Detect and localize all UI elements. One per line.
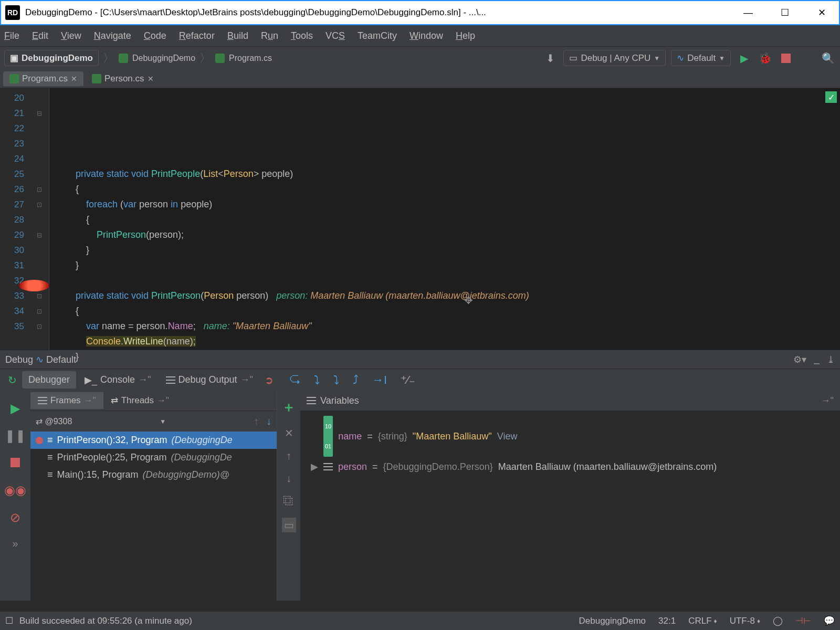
tab-label: Program.cs [22, 74, 68, 84]
run-config-selector[interactable]: ▭ Debug | Any CPU ▼ [563, 50, 666, 66]
pin-icon[interactable]: →" [821, 395, 834, 406]
line-number-gutter[interactable]: 20212223242526272829303132333435 [0, 88, 29, 350]
build-icon[interactable]: ⬇ [542, 50, 558, 66]
remove-watch-button[interactable]: ✕ [285, 427, 293, 439]
rerun-button[interactable]: ↻ [4, 372, 20, 388]
stack-frame[interactable]: ≡ PrintPerson():32, Program (DebuggingDe [30, 432, 277, 449]
chevron-down-icon: ▼ [160, 418, 166, 425]
resume-button[interactable]: ▶ [10, 401, 20, 416]
stack-frame[interactable]: ≡ PrintPeople():25, Program (DebuggingDe [30, 449, 277, 466]
debugger-tab[interactable]: Debugger [22, 371, 76, 388]
variables-icon [307, 397, 316, 404]
move-down-button[interactable]: ↓ [286, 472, 291, 485]
stack-frame[interactable]: ≡ Main():15, Program (DebuggingDemo)@ [30, 466, 277, 484]
view-link[interactable]: View [497, 426, 518, 446]
pause-button[interactable]: ❚❚ [5, 428, 26, 443]
cursor-position[interactable]: 32:1 [658, 616, 676, 626]
output-icon [166, 376, 175, 384]
menu-edit[interactable]: Edit [32, 30, 48, 41]
threads-icon: ⇄ [111, 395, 118, 406]
titlebar: RD DebuggingDemo - [C:\Users\maart\Deskt… [0, 0, 840, 25]
solution-icon: ▣ [10, 52, 18, 64]
frames-side-toolbar: ＋ ✕ ↑ ↓ ⿻ ▭ [277, 391, 300, 601]
value-icon: 1001 [323, 416, 333, 457]
menu-window[interactable]: Window [410, 30, 443, 41]
close-tab-icon[interactable]: ✕ [71, 75, 77, 83]
thread-icon: ⇄ [36, 417, 43, 426]
menu-view[interactable]: View [61, 30, 81, 41]
crumb-solution[interactable]: ▣ DebuggingDemo [4, 50, 99, 66]
dotnet-icon: ∿ [677, 52, 684, 64]
menu-teamcity[interactable]: TeamCity [358, 30, 397, 41]
debug-body: ▶ ❚❚ ◉◉ ⊘ » Frames→" ⇄Threads→" ⇄ @9308 … [0, 391, 840, 601]
maximize-button[interactable]: ☐ [777, 5, 793, 20]
cs-file-icon [92, 74, 101, 83]
chevron-down-icon: ▼ [654, 55, 660, 62]
tab-label: Person.cs [104, 74, 144, 84]
menu-help[interactable]: Help [456, 30, 475, 41]
menu-tools[interactable]: Tools [291, 30, 313, 41]
navigation-bar: ▣ DebuggingDemo 〉 DebuggingDemo 〉 Progra… [0, 46, 840, 69]
file-icon [215, 54, 225, 63]
more-button[interactable]: » [12, 538, 18, 550]
run-config-label: Debug | Any CPU [581, 53, 650, 64]
encoding[interactable]: UTF-8 [730, 616, 755, 626]
object-icon [323, 463, 333, 470]
fold-column[interactable]: ⊟⊡⊡⊟⊡⊡⊡ [29, 88, 49, 350]
target-selector[interactable]: ∿ Default ▼ [671, 50, 731, 66]
menu-code[interactable]: Code [144, 30, 166, 41]
code-editor[interactable]: 20212223242526272829303132333435 ⊟⊡⊡⊟⊡⊡⊡… [0, 88, 840, 350]
minimize-button[interactable]: — [740, 5, 756, 20]
status-context[interactable]: DebuggingDemo [579, 616, 646, 626]
crumb-separator: 〉 [200, 50, 211, 66]
close-tab-icon[interactable]: ✕ [148, 75, 154, 83]
inspection-ok-icon[interactable]: ✓ [825, 91, 837, 103]
frames-icon [38, 397, 47, 404]
run-button[interactable]: ▶ [736, 50, 752, 66]
code-area[interactable]: ✓ ✥ private static void PrintPeople(List… [49, 88, 840, 350]
crumb-project[interactable]: DebuggingDemo [132, 54, 195, 63]
copy-button[interactable]: ⿻ [284, 495, 294, 507]
crumb-label: DebuggingDemo [22, 53, 93, 64]
close-button[interactable]: ✕ [814, 5, 830, 20]
stop-button[interactable] [778, 50, 794, 66]
chevron-down-icon: ▼ [719, 55, 725, 62]
status-icon: ☐ [5, 615, 13, 626]
mute-breakpoints-button[interactable]: ⊘ [10, 510, 20, 525]
variable-row[interactable]: ▶ person = {DebuggingDemo.Person} Maarte… [311, 457, 830, 477]
menu-build[interactable]: Build [227, 30, 248, 41]
debug-title-label: Debug [5, 354, 33, 365]
layout-button[interactable]: ▭ [282, 518, 296, 532]
move-up-button[interactable]: ↑ [286, 450, 291, 462]
frame-icon: ≡ [47, 469, 53, 480]
stop-button[interactable] [10, 456, 20, 470]
frame-icon: ≡ [47, 452, 53, 463]
frames-panel: Frames→" ⇄Threads→" ⇄ @9308 ▼ ↑↓ ≡ Print… [30, 391, 277, 601]
variable-row[interactable]: 1001 name = {string} "Maarten Balliauw" … [311, 416, 830, 457]
editor-tabs: Program.cs ✕ Person.cs ✕ [0, 69, 840, 88]
editor-tab-person[interactable]: Person.cs ✕ [86, 71, 160, 86]
git-icon[interactable]: ⊣⊢ [795, 615, 811, 626]
cs-file-icon [9, 74, 19, 83]
add-watch-button[interactable]: ＋ [282, 398, 296, 416]
menu-vcs[interactable]: VCS [326, 30, 345, 41]
breakpoint-icon[interactable] [19, 280, 49, 291]
line-ending[interactable]: CRLF [688, 616, 711, 626]
menu-file[interactable]: File [4, 30, 19, 41]
notifications-icon[interactable]: 💬 [824, 615, 835, 626]
config-icon: ▭ [569, 52, 578, 64]
thread-selector[interactable]: ⇄ @9308 ▼ ↑↓ [30, 411, 277, 432]
frame-icon: ≡ [47, 435, 53, 446]
search-button[interactable]: 🔍 [820, 50, 836, 66]
menu-navigate[interactable]: Navigate [94, 30, 131, 41]
view-breakpoints-button[interactable]: ◉◉ [4, 483, 26, 498]
editor-tab-program[interactable]: Program.cs ✕ [3, 71, 83, 86]
prev-frame-button[interactable]: ↑ [254, 415, 259, 427]
crumb-file[interactable]: Program.cs [229, 54, 272, 63]
menu-run[interactable]: Run [261, 30, 278, 41]
menu-refactor[interactable]: Refactor [179, 30, 215, 41]
debug-side-toolbar: ▶ ❚❚ ◉◉ ⊘ » [0, 391, 30, 601]
inspection-icon[interactable]: ◯ [773, 615, 783, 626]
debug-button[interactable]: 🐞 [757, 50, 773, 66]
next-frame-button[interactable]: ↓ [266, 415, 271, 427]
